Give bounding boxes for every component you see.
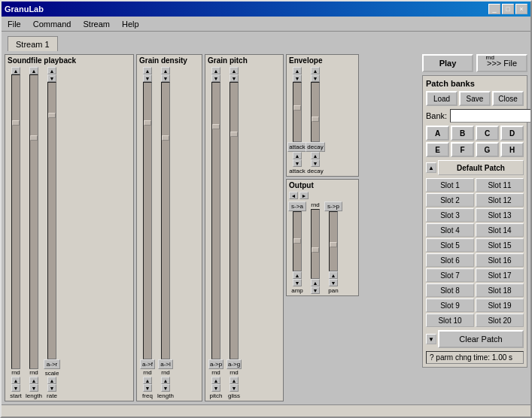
slot-15-btn[interactable]: Slot 15 [476,238,524,252]
slot-20-btn[interactable]: Slot 20 [476,314,524,327]
env-handle-1[interactable] [293,105,301,111]
sf-handle-2[interactable] [30,135,38,141]
save-button[interactable]: Save [459,91,491,106]
menu-file[interactable]: File [5,19,24,29]
gd-combo-1[interactable]: a->f [140,359,155,369]
gd-rnd-dn-1[interactable]: ▼ [143,384,152,392]
out-right[interactable]: ► [299,192,309,199]
gp-rnd-up-2[interactable]: ▲ [230,377,239,384]
bank-btn-b[interactable]: B [451,126,474,141]
menu-stream[interactable]: Stream [80,19,112,29]
gd-rnd-up-1[interactable]: ▲ [143,377,152,384]
env-slider-1[interactable] [293,82,302,142]
gd-handle-1[interactable] [144,120,151,126]
gp-dn-1[interactable]: ▼ [211,74,220,82]
minimize-button[interactable]: _ [488,4,500,14]
slot-6-btn[interactable]: Slot 6 [426,253,474,267]
bank-input[interactable] [450,109,530,123]
out-slider-3[interactable] [329,211,338,271]
sf-handle-3[interactable] [48,113,56,118]
sf-rnd-dn-1[interactable]: ▼ [11,384,20,392]
env-rnd-dn-2-top[interactable]: ▼ [311,74,320,82]
out-handle-2[interactable] [312,247,319,253]
bank-btn-c[interactable]: C [476,126,499,141]
out-up-2[interactable]: ▲ [311,279,320,286]
scroll-up-arrow[interactable]: ▲ [426,162,436,173]
bank-btn-e[interactable]: E [426,142,449,157]
menu-help[interactable]: Help [119,19,142,29]
bank-btn-d[interactable]: D [500,126,524,141]
env-slider-2[interactable] [311,82,320,142]
sf-rnd-up-2[interactable]: ▲ [29,377,38,384]
env-attack-btn[interactable]: attack [287,142,307,152]
play-button[interactable]: Play [422,54,473,72]
gd-slider-2[interactable] [161,82,170,359]
slot-18-btn[interactable]: Slot 18 [476,283,524,297]
sf-up-1[interactable]: ▲ [11,67,20,74]
gp-combo-1[interactable]: a->p [208,359,223,369]
gp-handle-2[interactable] [230,132,238,137]
gp-handle-1[interactable] [212,124,220,129]
sf-dn-3[interactable]: ▼ [47,74,56,82]
gp-dn-2[interactable]: ▼ [230,74,239,82]
gp-up-2[interactable]: ▲ [230,67,239,74]
slot-11-btn[interactable]: Slot 11 [476,178,524,192]
slot-17-btn[interactable]: Slot 17 [476,268,524,282]
menu-command[interactable]: Command [30,19,74,29]
bank-btn-g[interactable]: G [476,142,499,157]
env-handle-2[interactable] [312,117,319,122]
scroll-down-arrow[interactable]: ▼ [426,334,436,344]
slot-8-btn[interactable]: Slot 8 [426,283,474,297]
slot-7-btn[interactable]: Slot 7 [426,268,474,282]
gd-rnd-up-2[interactable]: ▲ [161,377,170,384]
gp-up-1[interactable]: ▲ [211,67,220,74]
sf-slider-1[interactable] [11,74,20,369]
env-rnd-dn-1-top[interactable]: ▼ [293,74,302,82]
slot-5-btn[interactable]: Slot 5 [426,238,474,252]
gp-slider-2[interactable] [230,82,239,359]
default-patch-button[interactable]: Default Patch [438,160,524,175]
gd-up-1[interactable]: ▲ [143,67,152,74]
out-slider-1[interactable] [293,211,302,271]
maximize-button[interactable]: □ [502,4,514,14]
sf-combo-3[interactable]: a->r [44,359,60,369]
file-button[interactable]: >>> File [476,54,527,72]
bank-btn-a[interactable]: A [426,126,449,141]
bank-btn-f[interactable]: F [451,142,474,157]
gd-rnd-dn-2[interactable]: ▼ [161,384,170,392]
slot-10-btn[interactable]: Slot 10 [426,314,474,327]
close-button[interactable]: × [515,4,527,14]
gp-rnd-up-1[interactable]: ▲ [211,377,220,384]
out-left[interactable]: ◄ [289,192,298,199]
gd-handle-2[interactable] [162,135,169,141]
env-dn-2[interactable]: ▼ [311,159,320,167]
tab-stream1[interactable]: Stream 1 [8,36,58,51]
sf-up-2[interactable]: ▲ [29,67,38,74]
sf-slider-3[interactable] [47,82,56,359]
slot-12-btn[interactable]: Slot 12 [476,193,524,207]
out-dn-1[interactable]: ▼ [293,279,302,286]
sf-scale-dn[interactable]: ▼ [47,384,56,392]
slot-13-btn[interactable]: Slot 13 [476,208,524,222]
gp-rnd-dn-2[interactable]: ▼ [230,384,239,392]
gd-dn-2[interactable]: ▼ [161,74,170,82]
clear-patch-button[interactable]: Clear Patch [438,330,524,348]
env-rnd-up-1-top[interactable]: ▲ [293,67,302,74]
slot-4-btn[interactable]: Slot 4 [426,223,474,237]
out-handle-3[interactable] [330,242,337,247]
load-button[interactable]: Load [426,91,458,106]
close-button-patch[interactable]: Close [492,91,524,106]
out-dn-3[interactable]: ▼ [329,279,338,286]
slot-1-btn[interactable]: Slot 1 [426,178,474,192]
gd-dn-1[interactable]: ▼ [143,74,152,82]
sf-up-3[interactable]: ▲ [47,67,56,74]
slot-14-btn[interactable]: Slot 14 [476,223,524,237]
sf-rnd-dn-2[interactable]: ▼ [29,384,38,392]
gd-combo-2[interactable]: a->l [158,359,173,369]
slot-19-btn[interactable]: Slot 19 [476,298,524,312]
slot-16-btn[interactable]: Slot 16 [476,253,524,267]
gp-slider-1[interactable] [211,82,220,359]
gd-slider-1[interactable] [143,82,152,359]
out-up-3[interactable]: ▲ [329,271,338,279]
gp-combo-2[interactable]: a->g [226,359,242,369]
